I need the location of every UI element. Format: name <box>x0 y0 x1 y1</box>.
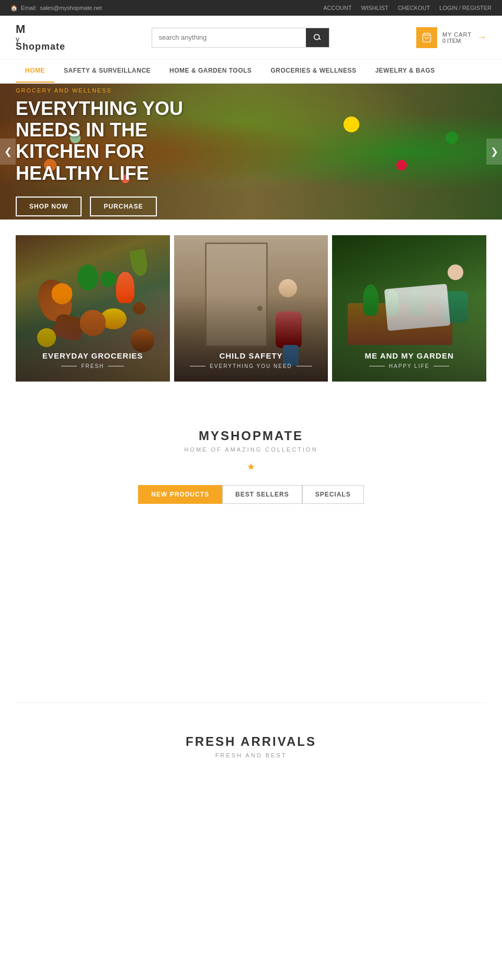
cart-icon-wrap <box>416 27 437 48</box>
cart-label: MY CART <box>442 31 472 38</box>
top-bar-left: 🏠 Email: sales@myshopmate.net <box>10 5 102 11</box>
nav-item-home-garden[interactable]: HOME & GARDEN TOOLS <box>160 60 261 83</box>
nav-item-home[interactable]: HOME <box>16 60 54 83</box>
nav-link-home[interactable]: HOME <box>16 60 54 83</box>
logo[interactable]: My Shopmate <box>16 23 65 52</box>
category-grid: EVERYDAY GROCERIES FRESH CHILD SAFETY <box>16 235 486 382</box>
groceries-content: EVERYDAY GROCERIES FRESH <box>16 351 170 369</box>
cart-area[interactable]: MY CART 0 ITEM → <box>416 27 486 48</box>
garden-content: ME AND MY GARDEN HAPPY LIFE <box>332 351 486 369</box>
hero-banner: ❮ GROCERY AND WELLNESS EVERYTHING YOU NE… <box>0 84 502 220</box>
purchase-button[interactable]: PURCHASE <box>90 197 156 216</box>
hero-prev-button[interactable]: ❮ <box>0 139 16 165</box>
nav-item-jewelry[interactable]: JEWELRY & BAGS <box>366 60 444 83</box>
category-card-groceries[interactable]: EVERYDAY GROCERIES FRESH <box>16 235 170 382</box>
wishlist-link[interactable]: WISHLIST <box>361 5 389 11</box>
child-subtitle: EVERYTHING YOU NEED <box>174 363 328 369</box>
search-button[interactable] <box>306 28 329 47</box>
nav-item-safety[interactable]: SAFETY & SURVEILLANCE <box>54 60 160 83</box>
brand-star: ★ <box>16 461 486 472</box>
search-bar <box>152 28 329 48</box>
checkout-link[interactable]: CHECKOUT <box>398 5 430 11</box>
child-content: CHILD SAFETY EVERYTHING YOU NEED <box>174 351 328 369</box>
cart-info: MY CART 0 ITEM <box>442 31 472 44</box>
groceries-title: EVERYDAY GROCERIES <box>16 351 170 360</box>
main-nav: HOME SAFETY & SURVEILLANCE HOME & GARDEN… <box>0 60 502 84</box>
nav-link-home-garden[interactable]: HOME & GARDEN TOOLS <box>160 60 261 82</box>
nav-link-groceries[interactable]: GROCERIES & WELLNESS <box>261 60 366 82</box>
search-input[interactable] <box>152 28 306 47</box>
garden-subtitle: HAPPY LIFE <box>332 363 486 369</box>
hero-content: GROCERY AND WELLNESS EVERYTHING YOU NEED… <box>0 87 251 217</box>
product-tabs: NEW PRODUCTS BEST SELLERS SPECIALS <box>16 485 486 504</box>
fresh-arrivals-subtitle: FRESH AND BEST <box>16 752 486 758</box>
child-title: CHILD SAFETY <box>174 351 328 360</box>
top-bar-right: ACCOUNT WISHLIST CHECKOUT LOGIN / REGIST… <box>323 5 492 11</box>
cart-arrow-icon: → <box>477 32 486 43</box>
category-section: EVERYDAY GROCERIES FRESH CHILD SAFETY <box>0 220 502 397</box>
brand-title: MYSHOPMATE <box>16 429 486 443</box>
shop-now-button[interactable]: SHOP NOW <box>16 197 82 216</box>
tab-specials[interactable]: SPECIALS <box>302 485 364 504</box>
cart-count: 0 ITEM <box>442 38 472 44</box>
hero-buttons: SHOP NOW PURCHASE <box>16 197 235 216</box>
fresh-arrivals-section: FRESH ARRIVALS FRESH AND BEST <box>0 703 502 769</box>
hero-next-button[interactable]: ❯ <box>486 139 502 165</box>
nav-item-groceries[interactable]: GROCERIES & WELLNESS <box>261 60 366 83</box>
tab-best-sellers[interactable]: BEST SELLERS <box>222 485 302 504</box>
nav-link-safety[interactable]: SAFETY & SURVEILLANCE <box>54 60 160 82</box>
nav-link-jewelry[interactable]: JEWELRY & BAGS <box>366 60 444 82</box>
account-link[interactable]: ACCOUNT <box>323 5 351 11</box>
brand-subtitle: HOME OF AMAZING COLLECTION <box>16 446 486 453</box>
hero-title: EVERYTHING YOU NEEDS IN THE KITCHEN FOR … <box>16 98 235 185</box>
product-grid <box>16 520 486 687</box>
top-bar: 🏠 Email: sales@myshopmate.net ACCOUNT WI… <box>0 0 502 16</box>
tab-new-products[interactable]: NEW PRODUCTS <box>138 485 222 504</box>
fresh-arrivals-title: FRESH ARRIVALS <box>16 734 486 749</box>
groceries-subtitle: FRESH <box>16 363 170 369</box>
email-address: sales@myshopmate.net <box>40 5 102 11</box>
home-icon: 🏠 <box>10 5 18 11</box>
brand-section: MYSHOPMATE HOME OF AMAZING COLLECTION ★ … <box>0 397 502 702</box>
header: My Shopmate MY CART 0 ITEM → <box>0 16 502 60</box>
category-card-child[interactable]: CHILD SAFETY EVERYTHING YOU NEED <box>174 235 328 382</box>
nav-list: HOME SAFETY & SURVEILLANCE HOME & GARDEN… <box>16 60 486 83</box>
garden-title: ME AND MY GARDEN <box>332 351 486 360</box>
email-label: Email: <box>21 5 37 11</box>
logo-shopmate: Shopmate <box>16 42 65 52</box>
logo-my: My <box>16 23 65 44</box>
category-card-garden[interactable]: ME AND MY GARDEN HAPPY LIFE <box>332 235 486 382</box>
hero-subtitle: GROCERY AND WELLNESS <box>16 87 235 94</box>
login-register-link[interactable]: LOGIN / REGISTER <box>439 5 492 11</box>
